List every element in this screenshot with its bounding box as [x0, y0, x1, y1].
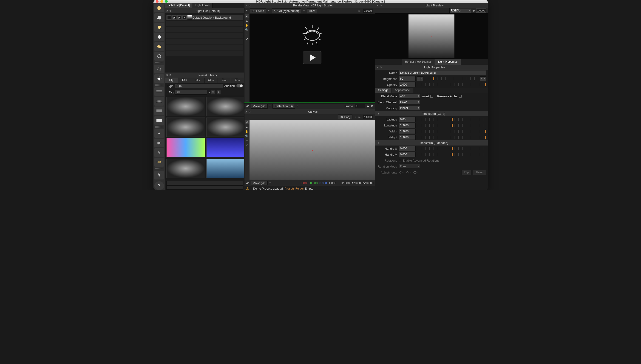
preset-tab-ef[interactable]: Ef... [231, 78, 244, 82]
note-icon[interactable]: ✎ [217, 90, 221, 94]
preset-thumb[interactable] [206, 97, 244, 116]
longitude-input[interactable] [399, 123, 416, 128]
preview-exposure-input[interactable] [476, 8, 486, 12]
longitude-slider[interactable] [417, 124, 486, 127]
presets-folder-link[interactable]: Presets Folder [284, 187, 304, 190]
preview-viewport[interactable] [375, 13, 488, 59]
preset-thumb[interactable] [166, 118, 205, 137]
light-list-row[interactable]: i ▣ ▶ ▪ Default Gradient Background [166, 15, 243, 20]
popout-icon[interactable]: ⧉ [380, 4, 382, 7]
blend-mode-select[interactable]: Add [399, 94, 420, 98]
preset-thumb[interactable] [166, 159, 205, 178]
pointer-icon[interactable]: ▲ [245, 125, 249, 129]
preview-rgb-select[interactable]: RGB(A) [449, 8, 471, 13]
brightness-slider[interactable] [425, 77, 479, 80]
aperture-icon[interactable]: ⊚ [472, 9, 475, 12]
fit-icon[interactable]: ⤢ [245, 37, 249, 41]
hsv-select[interactable]: HSV [307, 8, 317, 13]
hand-icon[interactable]: ✋ [245, 23, 249, 27]
preset-thumb[interactable] [206, 118, 244, 137]
mapping-select[interactable]: Planar [399, 106, 420, 110]
name-input[interactable] [399, 70, 486, 75]
light-hex-icon[interactable] [154, 32, 164, 41]
brush-icon[interactable]: 🖌 [245, 120, 249, 124]
popout-icon[interactable]: ⧉ [249, 4, 250, 7]
handleu-slider[interactable] [417, 147, 486, 150]
close-icon[interactable]: × [245, 110, 247, 114]
height-slider[interactable] [417, 136, 486, 139]
help-icon[interactable]: ? [154, 181, 164, 190]
handle-dot[interactable] [312, 150, 313, 151]
lut-select[interactable]: LUT Auto [250, 8, 266, 13]
info-icon[interactable]: i [167, 16, 171, 20]
preset-thumb[interactable] [166, 97, 205, 116]
popout-icon[interactable]: ⧉ [249, 110, 250, 113]
fit-icon[interactable]: ⤢ [245, 143, 249, 147]
preset-thumb-1-icon[interactable] [154, 87, 164, 96]
rgb-select[interactable]: RGB(A) [338, 114, 353, 119]
tab-appearance[interactable]: Appearance [392, 88, 413, 93]
preset-tab-env[interactable]: Env [178, 78, 191, 82]
width-slider[interactable] [417, 130, 486, 133]
step-up-icon[interactable]: + [483, 76, 486, 81]
aperture-icon[interactable]: ⊚ [358, 9, 361, 12]
favorite-icon[interactable]: ♡ [211, 90, 215, 94]
tab-settings[interactable]: Settings [375, 88, 392, 93]
vis-icon[interactable]: ▶ [177, 16, 181, 20]
lock-icon[interactable]: ▪ [182, 16, 187, 20]
enable-adv-rotations-checkbox[interactable] [399, 159, 401, 162]
play-icon[interactable]: ▶ [367, 104, 369, 108]
preset-thumb-4-icon[interactable] [154, 116, 164, 125]
maximize-window-button[interactable] [165, 0, 168, 3]
close-icon[interactable]: × [166, 9, 168, 12]
tab-light-looks[interactable]: Light Looks [193, 3, 212, 8]
canvas-move-mode[interactable]: Move (W) [251, 180, 268, 186]
step-down-icon[interactable]: − [417, 76, 420, 81]
solo-icon[interactable]: ▣ [172, 16, 176, 20]
preset-thumb[interactable] [206, 159, 244, 178]
light-rect-soft-icon[interactable] [154, 13, 164, 22]
light-rect-hard-icon[interactable] [154, 23, 164, 32]
type-select[interactable]: Rigs [175, 84, 223, 88]
brush-icon[interactable]: 🖌 [245, 14, 249, 18]
light-round-soft-icon[interactable] [154, 4, 164, 12]
zoom-icon[interactable]: 🔍 [245, 134, 249, 138]
delete-icon[interactable] [154, 138, 164, 147]
hdr-icon[interactable]: HDR [154, 158, 164, 166]
step-down-small-icon[interactable]: ‹ [420, 76, 423, 81]
section-transform-core[interactable]: Transform (Core) [375, 111, 488, 116]
close-icon[interactable]: × [245, 4, 247, 7]
misc-icon[interactable]: ↯ [154, 171, 164, 180]
close-window-button[interactable] [156, 0, 159, 3]
preset-path-2[interactable] [166, 186, 243, 190]
aperture-icon[interactable]: ⊚ [358, 115, 361, 119]
preset-tab-li[interactable]: Li... [191, 78, 205, 82]
play-button[interactable] [303, 51, 322, 64]
region-icon[interactable]: ▭ [245, 138, 249, 143]
move-mode[interactable]: Move (W) [251, 104, 268, 108]
sun-icon[interactable] [154, 74, 164, 83]
hdr-adjust-icon[interactable] [154, 65, 164, 74]
preserve-alpha-checkbox[interactable] [459, 95, 462, 98]
flip-button[interactable]: Flip [461, 170, 472, 175]
region-icon[interactable]: ▭ [245, 32, 249, 36]
handlev-input[interactable] [399, 152, 416, 157]
frame-input[interactable] [355, 104, 365, 108]
invert-checkbox[interactable] [430, 95, 433, 98]
popout-icon[interactable]: ⧉ [170, 10, 171, 12]
close-icon[interactable]: × [377, 4, 378, 7]
popout-icon[interactable]: ⧉ [170, 74, 171, 77]
preset-thumb[interactable] [206, 138, 244, 158]
transform-icon[interactable] [154, 52, 164, 60]
reset-button[interactable]: Reset [473, 170, 486, 175]
preset-tab-rig[interactable]: Rig [165, 78, 178, 82]
hand-icon[interactable]: ✋ [245, 130, 249, 134]
preset-thumb-3-icon[interactable] [154, 106, 164, 115]
latitude-slider[interactable] [417, 118, 486, 121]
section-transform-ext[interactable]: Transform (Extended) [375, 140, 488, 146]
canvas-exposure-input[interactable] [363, 115, 373, 119]
minimize-window-button[interactable] [160, 0, 163, 3]
brightness-input[interactable] [399, 76, 416, 81]
height-input[interactable] [399, 135, 416, 140]
handleu-input[interactable] [399, 146, 416, 151]
